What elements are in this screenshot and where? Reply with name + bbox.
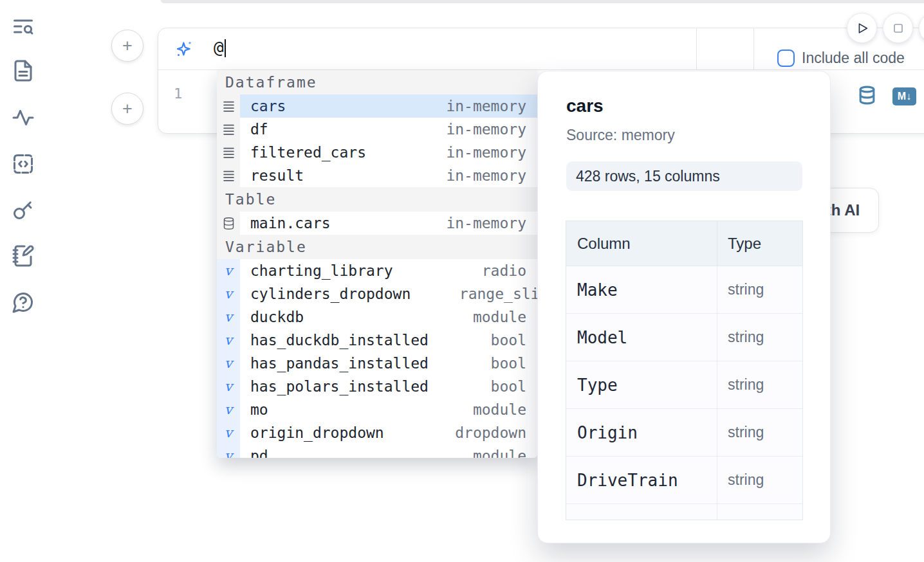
add-cell-button-top[interactable]: +: [111, 30, 143, 62]
item-type: bool: [491, 332, 526, 349]
dataframe-icon: [217, 95, 240, 118]
autocomplete-section-header: Variable: [217, 235, 537, 259]
prompt-divider-1: [696, 28, 697, 70]
item-content: filtered_carsin-memory: [240, 141, 537, 164]
autocomplete-item-has_polars_installed[interactable]: vhas_polars_installedbool: [217, 375, 537, 398]
item-name: mo: [250, 401, 268, 418]
column-type-cell: [717, 504, 802, 520]
add-cell-button-bottom[interactable]: +: [111, 93, 143, 125]
item-content: cylinders_dropdownrange_slider: [240, 282, 537, 305]
dataframe-preview-popup: cars Source: memory 428 rows, 15 columns…: [537, 71, 831, 543]
column-type-cell: string: [717, 361, 802, 408]
variable-icon: v: [217, 375, 240, 398]
item-content: duckdbmodule: [240, 305, 537, 329]
table-body: MakestringModelstringTypestringOriginstr…: [566, 266, 802, 520]
autocomplete-item-has_duckdb_installed[interactable]: vhas_duckdb_installedbool: [217, 329, 537, 352]
prompt-divider-2: [753, 28, 754, 70]
item-content: pdmodule: [240, 444, 537, 458]
item-type: in-memory: [446, 167, 526, 184]
table-row: DriveTrainstring: [566, 457, 802, 504]
autocomplete-item-df[interactable]: dfin-memory: [217, 118, 537, 141]
file-text-icon[interactable]: [11, 59, 35, 83]
table-row: Originstring: [566, 409, 802, 457]
database-icon[interactable]: [857, 84, 877, 109]
item-name: result: [250, 167, 304, 184]
item-content: has_polars_installedbool: [240, 375, 537, 398]
item-content: main.carsin-memory: [240, 212, 537, 235]
variable-icon: v: [217, 259, 240, 282]
autocomplete-item-has_pandas_installed[interactable]: vhas_pandas_installedbool: [217, 352, 537, 375]
code-box-icon[interactable]: [11, 152, 35, 176]
item-content: resultin-memory: [240, 164, 537, 187]
autocomplete-item-mo[interactable]: vmomodule: [217, 398, 537, 421]
item-content: has_duckdb_installedbool: [240, 329, 537, 352]
variable-icon: v: [217, 329, 240, 352]
include-all-code-checkbox[interactable]: [777, 50, 795, 67]
item-content: has_pandas_installedbool: [240, 352, 537, 375]
variable-icon: v: [217, 282, 240, 305]
autocomplete-section-header: Table: [217, 187, 537, 212]
dataframe-icon: [217, 141, 240, 164]
item-type: in-memory: [446, 144, 526, 161]
item-type: in-memory: [446, 121, 526, 138]
list-search-icon[interactable]: [11, 14, 35, 39]
stop-icon: [891, 21, 905, 35]
column-name-cell: Model: [566, 314, 717, 361]
autocomplete-list: Dataframecarsin-memorydfin-memoryfiltere…: [217, 70, 537, 458]
autocomplete-item-charting_library[interactable]: vcharting_libraryradio: [217, 259, 537, 282]
ai-prompt-row[interactable]: @ Include all code: [158, 28, 924, 70]
item-type: range_slider: [459, 286, 537, 302]
sparkles-icon: [174, 39, 194, 59]
include-all-code-label: Include all code: [802, 50, 905, 67]
autocomplete-item-filtered_cars[interactable]: filtered_carsin-memory: [217, 141, 537, 164]
item-type: radio: [482, 262, 526, 279]
autocomplete-item-cars[interactable]: carsin-memory: [217, 95, 537, 118]
activity-icon[interactable]: [11, 105, 35, 130]
variable-icon: v: [217, 305, 240, 329]
item-content: charting_libraryradio: [240, 259, 537, 282]
item-name: main.cars: [250, 215, 331, 231]
markdown-icon[interactable]: M↓: [892, 87, 916, 105]
key-icon[interactable]: [11, 197, 35, 222]
item-content: origin_dropdowndropdown: [240, 421, 537, 444]
variable-icon: v: [217, 444, 240, 458]
notebook-pen-icon[interactable]: [11, 244, 35, 268]
item-name: has_polars_installed: [250, 378, 429, 395]
autocomplete-dropdown: Dataframecarsin-memorydfin-memoryfiltere…: [217, 70, 537, 458]
preview-shape-badge: 428 rows, 15 columns: [566, 161, 802, 191]
item-content: momodule: [240, 398, 537, 421]
text-cursor: [225, 39, 226, 57]
column-type-cell: string: [717, 314, 802, 361]
dataframe-icon: [217, 118, 240, 141]
table-header-row: Column Type: [566, 221, 802, 266]
column-header: Column: [566, 221, 717, 266]
autocomplete-item-duckdb[interactable]: vduckdbmodule: [217, 305, 537, 329]
autocomplete-item-main.cars[interactable]: main.carsin-memory: [217, 212, 537, 235]
type-header: Type: [717, 221, 802, 266]
autocomplete-item-origin_dropdown[interactable]: vorigin_dropdowndropdown: [217, 421, 537, 444]
item-content: carsin-memory: [240, 95, 537, 118]
item-name: has_duckdb_installed: [250, 332, 429, 349]
autocomplete-item-cylinders_dropdown[interactable]: vcylinders_dropdownrange_slider: [217, 282, 537, 305]
item-name: origin_dropdown: [250, 424, 384, 441]
item-type: bool: [491, 378, 526, 395]
table-row: Makestring: [566, 266, 802, 314]
variable-icon: v: [217, 352, 240, 375]
ai-prompt-input[interactable]: @: [214, 38, 226, 57]
item-type: in-memory: [446, 98, 526, 114]
preview-source: Source: memory: [566, 127, 830, 144]
prompt-value: @: [214, 38, 224, 57]
item-name: cylinders_dropdown: [250, 286, 411, 302]
item-type: module: [473, 401, 526, 418]
column-type-cell: string: [717, 266, 802, 313]
column-name-cell: Origin: [566, 409, 717, 456]
autocomplete-item-pd[interactable]: vpdmodule: [217, 444, 537, 458]
run-cell-button[interactable]: [847, 13, 877, 43]
stop-cell-button[interactable]: [883, 13, 913, 43]
help-circle-icon[interactable]: [11, 290, 35, 314]
item-name: filtered_cars: [250, 144, 366, 161]
item-type: in-memory: [446, 215, 526, 231]
item-name: charting_library: [250, 262, 393, 279]
autocomplete-item-result[interactable]: resultin-memory: [217, 164, 537, 187]
column-type-cell: string: [717, 409, 802, 456]
